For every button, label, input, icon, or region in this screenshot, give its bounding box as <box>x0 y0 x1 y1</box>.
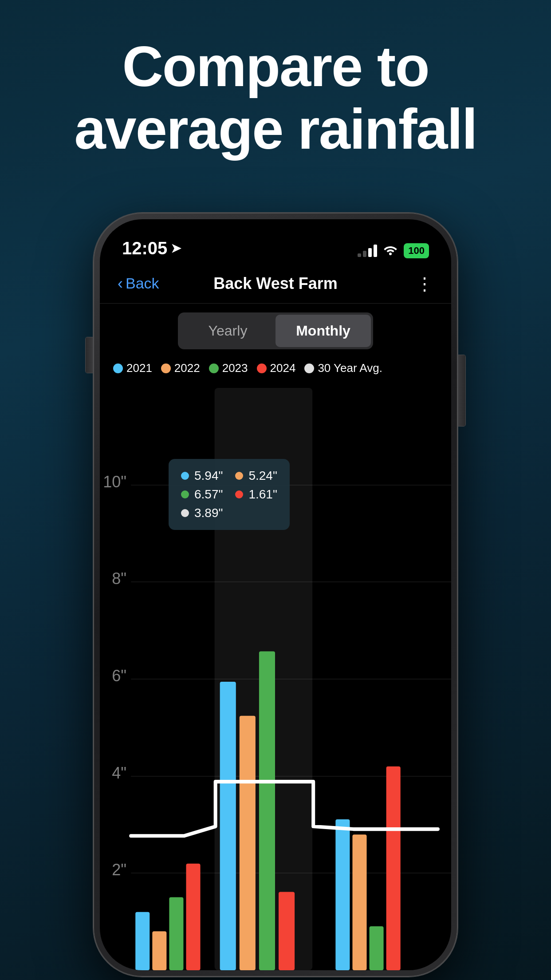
wifi-icon <box>383 243 398 258</box>
ellipsis-icon: ⋮ <box>416 273 433 294</box>
tooltip-row-2023: 6.57" 1.61" <box>181 487 277 502</box>
svg-text:10": 10" <box>103 473 126 491</box>
status-time: 12:05 ➤ <box>122 238 181 258</box>
legend-dot-2024 <box>257 364 267 373</box>
svg-text:6": 6" <box>112 667 126 685</box>
tooltip-value-2022: 5.24" <box>248 469 277 483</box>
bar <box>335 819 350 970</box>
svg-text:4": 4" <box>112 764 126 782</box>
legend-item-2022: 2022 <box>161 361 200 375</box>
bar <box>386 767 401 970</box>
chevron-left-icon: ‹ <box>118 274 123 293</box>
signal-icon <box>358 245 377 257</box>
bar <box>152 931 166 970</box>
bar <box>259 651 275 970</box>
tooltip-value-2021: 5.94" <box>194 469 223 483</box>
bar <box>135 912 150 970</box>
tooltip-value-30yr: 3.89" <box>194 506 223 520</box>
navigation-bar: ‹ Back Back West Farm ⋮ <box>100 264 451 304</box>
legend-item-30yr: 30 Year Avg. <box>304 361 382 375</box>
tooltip-dot-30yr <box>181 509 189 517</box>
tooltip-row-2021: 5.94" 5.24" <box>181 469 277 483</box>
tooltip-dot-2023 <box>181 490 189 498</box>
hero-section: Compare to average rainfall <box>0 0 551 178</box>
page-title: Back West Farm <box>197 274 354 293</box>
tooltip: 5.94" 5.24" 6.57" 1.61" 3.89" <box>169 459 290 530</box>
bar <box>370 926 384 970</box>
bar <box>169 897 183 970</box>
bar <box>186 864 200 970</box>
svg-text:8": 8" <box>112 569 126 588</box>
segment-monthly[interactable]: Monthly <box>276 315 371 347</box>
phone-outer: 12:05 ➤ <box>94 213 457 976</box>
legend-dot-2022 <box>161 364 171 373</box>
back-label: Back <box>126 275 159 292</box>
legend-label-2021: 2021 <box>126 361 152 375</box>
phone-mockup: 12:05 ➤ <box>94 213 457 976</box>
location-icon: ➤ <box>171 241 181 256</box>
bar <box>352 834 366 970</box>
more-menu-button[interactable]: ⋮ <box>354 273 433 294</box>
bar <box>240 716 256 970</box>
hero-title: Compare to average rainfall <box>27 36 524 161</box>
tooltip-dot-2021 <box>181 472 189 480</box>
legend-label-2024: 2024 <box>270 361 296 375</box>
bar <box>279 892 295 970</box>
segment-yearly[interactable]: Yearly <box>180 315 276 347</box>
legend-label-2022: 2022 <box>174 361 200 375</box>
legend-item-2021: 2021 <box>113 361 152 375</box>
legend-dot-2021 <box>113 364 123 373</box>
bar <box>220 682 236 970</box>
legend-dot-30yr <box>304 364 314 373</box>
chart-area: 2021 2022 2023 2024 <box>100 352 451 970</box>
segment-control[interactable]: Yearly Monthly <box>178 312 373 349</box>
chart-legend: 2021 2022 2023 2024 <box>113 361 438 375</box>
tooltip-value-2023: 6.57" <box>194 487 223 502</box>
svg-text:2": 2" <box>112 861 126 879</box>
battery-indicator: 100 <box>404 243 429 258</box>
legend-label-30yr: 30 Year Avg. <box>318 361 382 375</box>
legend-dot-2023 <box>209 364 219 373</box>
legend-label-2023: 2023 <box>222 361 248 375</box>
tooltip-value-2024: 1.61" <box>248 487 277 502</box>
legend-item-2024: 2024 <box>257 361 296 375</box>
tooltip-dot-2024 <box>235 490 243 498</box>
phone-screen: 12:05 ➤ <box>100 219 451 970</box>
tooltip-row-30yr: 3.89" <box>181 506 277 520</box>
tooltip-dot-2022 <box>235 472 243 480</box>
legend-item-2023: 2023 <box>209 361 248 375</box>
dynamic-island <box>236 227 315 246</box>
back-button[interactable]: ‹ Back <box>118 274 197 293</box>
status-icons: 100 <box>358 243 429 258</box>
time-display: 12:05 <box>122 238 167 258</box>
